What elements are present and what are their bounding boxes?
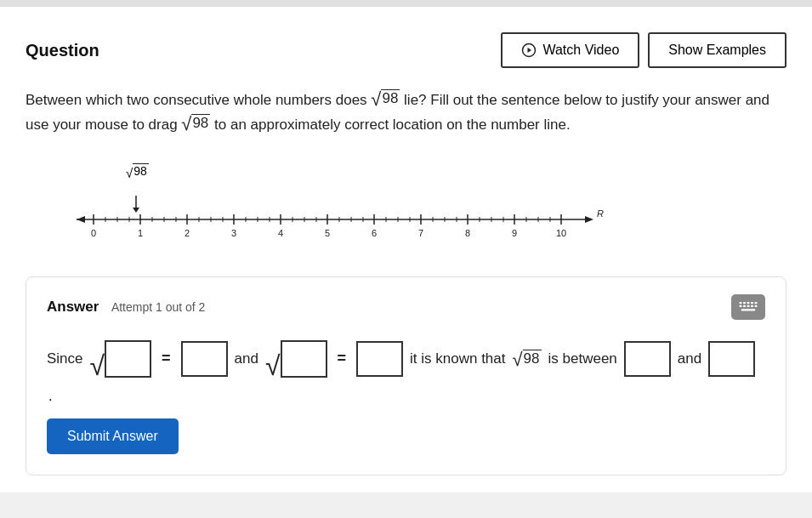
sqrt-98-inline-2: √98	[181, 114, 210, 133]
submit-answer-label: Submit Answer	[67, 429, 158, 443]
is-between-text: is between	[548, 350, 617, 367]
equals-1: =	[158, 350, 174, 367]
svg-marker-6	[77, 216, 85, 223]
svg-text:4: 4	[278, 228, 283, 238]
sqrt-label: √ 98	[126, 163, 149, 179]
answer-box-2[interactable]	[708, 341, 755, 377]
sqrt-label-radical: √	[126, 167, 133, 179]
number-line-svg: 0 1 2 3 4 5 6 7 8 9	[77, 196, 604, 242]
svg-rect-61	[740, 302, 742, 304]
sqrt-second-radical: √	[265, 352, 281, 379]
svg-rect-65	[755, 302, 758, 304]
svg-text:6: 6	[372, 228, 377, 238]
svg-text:2: 2	[185, 228, 190, 238]
svg-rect-64	[751, 302, 753, 304]
header-buttons: Watch Video Show Examples	[501, 32, 786, 68]
sqrt-first-radical: √	[90, 352, 105, 379]
sqrt-radical-2: √	[181, 115, 191, 134]
svg-marker-3	[133, 208, 139, 213]
svg-rect-67	[743, 305, 746, 307]
svg-rect-62	[743, 302, 746, 304]
attempt-text: Attempt 1 out of 2	[111, 300, 206, 314]
answer-header: Answer Attempt 1 out of 2	[47, 294, 765, 320]
sqrt-radicand-1: 98	[381, 89, 400, 107]
answer-header-left: Answer Attempt 1 out of 2	[47, 299, 205, 316]
svg-text:10: 10	[556, 228, 566, 238]
svg-text:3: 3	[231, 228, 236, 238]
svg-text:Real: Real	[597, 208, 604, 219]
svg-rect-63	[747, 302, 750, 304]
keyboard-icon	[738, 299, 758, 315]
watch-video-label: Watch Video	[542, 43, 619, 58]
keyboard-icon-button[interactable]	[731, 294, 765, 320]
sqrt-first-wrapper: √	[90, 340, 152, 378]
sqrt-second-wrapper: √	[265, 340, 327, 378]
sqrt-radical-1: √	[371, 90, 381, 109]
and-text-2: and	[678, 350, 701, 367]
equals-2: =	[334, 350, 350, 367]
sqrt-first-radicand-wrapper	[105, 340, 151, 378]
show-examples-label: Show Examples	[668, 43, 766, 58]
known-text: it is known that	[410, 350, 505, 367]
svg-marker-5	[585, 216, 593, 223]
sqrt-98-inline-1: √98	[371, 89, 400, 108]
top-bar	[0, 0, 812, 7]
svg-text:9: 9	[512, 228, 517, 238]
answer-label: Answer	[47, 299, 99, 315]
question-label: Question	[26, 41, 99, 60]
period-text: .	[48, 388, 53, 404]
svg-rect-68	[747, 305, 750, 307]
period-row: .	[48, 388, 765, 405]
svg-marker-1	[528, 48, 532, 53]
first-result-input[interactable]	[181, 341, 228, 377]
svg-text:0: 0	[91, 228, 96, 238]
svg-rect-69	[751, 305, 753, 307]
header-row: Question Watch Video Show Examples	[26, 32, 786, 68]
sqrt-radicand-2: 98	[191, 114, 210, 132]
sqrt-98-answer-radicand: 98	[523, 350, 542, 367]
svg-text:8: 8	[465, 228, 470, 238]
svg-text:5: 5	[325, 228, 330, 238]
and-text-1: and	[235, 350, 258, 367]
answer-section: Answer Attempt 1 out of 2	[26, 276, 786, 475]
svg-rect-66	[740, 305, 742, 307]
main-container: Question Watch Video Show Examples Betwe…	[0, 7, 812, 492]
equation-row: Since √ = and √ =	[47, 340, 765, 378]
show-examples-button[interactable]: Show Examples	[648, 32, 786, 68]
sqrt-label-radicand: 98	[133, 163, 149, 179]
play-circle-icon	[521, 43, 537, 58]
question-text-after2: to an approximately correct location on …	[214, 117, 571, 133]
svg-text:7: 7	[418, 228, 423, 238]
question-text-before: Between which two consecutive whole numb…	[26, 92, 367, 108]
svg-text:1: 1	[138, 228, 143, 238]
sqrt-98-answer: √ 98	[513, 350, 542, 368]
submit-answer-button[interactable]: Submit Answer	[47, 418, 179, 454]
question-text: Between which two consecutive whole numb…	[26, 88, 786, 138]
first-sqrt-input[interactable]	[105, 342, 151, 378]
answer-box-1[interactable]	[624, 341, 671, 377]
second-result-input[interactable]	[356, 341, 403, 377]
sqrt-second-radicand-wrapper	[281, 340, 327, 378]
sqrt-98-answer-radical: √	[513, 350, 523, 369]
svg-rect-71	[741, 309, 756, 310]
watch-video-button[interactable]: Watch Video	[501, 32, 639, 68]
since-text: Since	[47, 350, 83, 367]
svg-rect-70	[755, 305, 758, 307]
second-sqrt-input[interactable]	[281, 342, 327, 378]
number-line-container: √ 98 0 1 2 3 4	[26, 163, 786, 259]
